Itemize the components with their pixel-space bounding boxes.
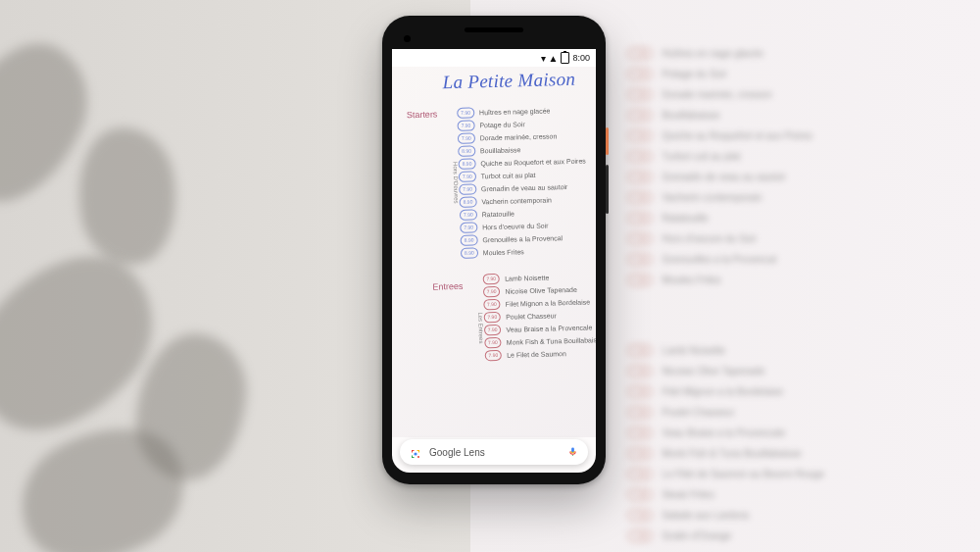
price-badge: 7.90 <box>484 325 502 335</box>
bg-menu-row: 7.90Ratatouille <box>627 208 951 228</box>
mic-icon[interactable] <box>567 443 578 461</box>
lens-search-bar[interactable]: Google Lens <box>400 439 588 465</box>
restaurant-title: La Petite Maison <box>420 68 596 94</box>
price-badge: 7.90 <box>483 286 501 297</box>
item-name: Ratatouille <box>482 207 514 221</box>
bg-menu-row: 7.90Hors d'oeuvre du Soir <box>627 228 951 249</box>
promo-stage: 7.90Huîtres en nage glacée7.90Potage du … <box>0 0 980 552</box>
bg-menu-row: 7.90Gratin d'Orange <box>627 526 951 546</box>
price-badge: 7.90 <box>460 209 477 220</box>
background-menu-blur: 7.90Huîtres en nage glacée7.90Potage du … <box>627 43 951 546</box>
item-name: Monk Fish & Tuna Bouillabaisse <box>507 333 596 349</box>
price-badge: 7.90 <box>484 337 502 348</box>
price-badge: 7.90 <box>460 222 477 232</box>
signal-icon: ▾ <box>541 53 546 64</box>
bg-menu-row: 7.90Veau Braise a la Provencale <box>627 423 951 443</box>
bg-menu-row: 7.90Grenouilles a la Provencal <box>627 249 951 270</box>
price-badge: 8.90 <box>458 158 475 169</box>
menu-item: 8.90Moules Frites <box>461 243 588 259</box>
bg-menu-row: 7.90Bouillabaisse <box>627 105 951 125</box>
phone-screen: ▾ ▲ 8:00 La Petite Maison StartersHors D… <box>392 49 596 473</box>
menu-section: EntreesLes Entrees7.90Lamb Noisette7.90N… <box>428 270 596 364</box>
item-name: Huîtres en nage glacée <box>479 104 551 119</box>
bg-menu-row: 7.90Lamb Noisette <box>627 340 951 361</box>
bg-menu-row: 7.90Vacherin contemporain <box>627 187 951 208</box>
bg-menu-row: 7.90Quiche au Roquefort et aux Poires <box>627 125 951 146</box>
price-badge: 7.90 <box>459 183 476 194</box>
item-name: Bouillabaisse <box>480 143 521 157</box>
svg-point-0 <box>414 452 416 455</box>
menu-item: 7.90Le Filet de Saumon <box>484 346 596 362</box>
bg-menu-row: 7.90Salade aux Lardons <box>627 505 951 526</box>
status-bar: ▾ ▲ 8:00 <box>392 49 596 67</box>
price-badge: 8.90 <box>461 247 478 258</box>
price-badge: 8.90 <box>458 145 475 156</box>
power-button <box>606 127 609 155</box>
bg-menu-row: 7.90Steak Frites <box>627 484 951 505</box>
bg-menu-row: 7.90Poulet Chasseur <box>627 402 951 423</box>
volume-button <box>606 165 609 214</box>
item-name: Lamb Noisette <box>505 272 549 285</box>
item-name: Dorade marinée, cresson <box>480 129 558 144</box>
bg-menu-row: 7.90Huîtres en nage glacée <box>627 43 951 64</box>
price-badge: 8.90 <box>460 196 477 207</box>
google-lens-icon <box>410 446 421 458</box>
price-badge: 7.90 <box>483 312 501 323</box>
speaker-slot <box>465 27 523 32</box>
item-name: Potage du Soir <box>479 118 525 131</box>
bg-menu-row: 7.90Grenadin de veau au sautoir <box>627 167 951 187</box>
section-label: Starters <box>394 107 441 261</box>
bg-menu-row: 7.90Moules Frites <box>627 270 951 290</box>
item-name: Le Filet de Saumon <box>507 347 566 362</box>
camera-viewfinder[interactable]: La Petite Maison StartersHors D'Oeuvres7… <box>392 67 596 437</box>
price-badge: 7.90 <box>483 299 501 310</box>
phone-frame: ▾ ▲ 8:00 La Petite Maison StartersHors D… <box>382 16 606 484</box>
price-badge: 7.90 <box>457 120 474 130</box>
bg-menu-row: 7.90Potage du Soir <box>627 64 951 84</box>
search-bar-label: Google Lens <box>429 447 560 458</box>
battery-icon <box>561 52 569 64</box>
svg-point-1 <box>417 456 419 458</box>
price-badge: 7.90 <box>459 171 476 181</box>
price-badge: 7.90 <box>458 132 475 143</box>
wifi-icon: ▲ <box>549 53 559 64</box>
bg-menu-row: 7.90Dorade marinée, cresson <box>627 84 951 105</box>
bg-menu-row: 7.90Filet Mignon a la Bordelaise <box>627 381 951 402</box>
bg-menu-row: 7.90Monk Fish & Tuna Bouillabaisse <box>627 443 951 464</box>
bg-menu-row: 7.90Nicoise Olive Tapenade <box>627 361 951 381</box>
bg-section-label: Entrees <box>559 314 951 334</box>
price-badge: 7.90 <box>482 274 500 284</box>
section-label: Entrees <box>428 274 466 364</box>
price-badge: 7.90 <box>484 350 502 361</box>
bg-menu-row: 7.90Turbot cuit au plat <box>627 146 951 167</box>
bg-menu-row: 7.90Le Filet de Saumon au Beurre Rouge <box>627 464 951 484</box>
menu-section: StartersHors D'Oeuvres7.90Huîtres en nag… <box>394 103 596 261</box>
item-name: Vacherin contemporain <box>481 193 552 208</box>
price-badge: 8.90 <box>461 234 478 245</box>
item-name: Filet Mignon a la Bordelaise <box>506 295 591 310</box>
item-name: Grenadin de veau au sautoir <box>481 180 568 195</box>
item-name: Moules Frites <box>483 245 524 259</box>
price-badge: 7.90 <box>457 107 474 118</box>
clock: 8:00 <box>572 53 590 63</box>
front-camera <box>404 35 411 42</box>
item-name: Grenouilles a la Provencal <box>482 231 563 246</box>
leaf-decor <box>68 120 188 272</box>
